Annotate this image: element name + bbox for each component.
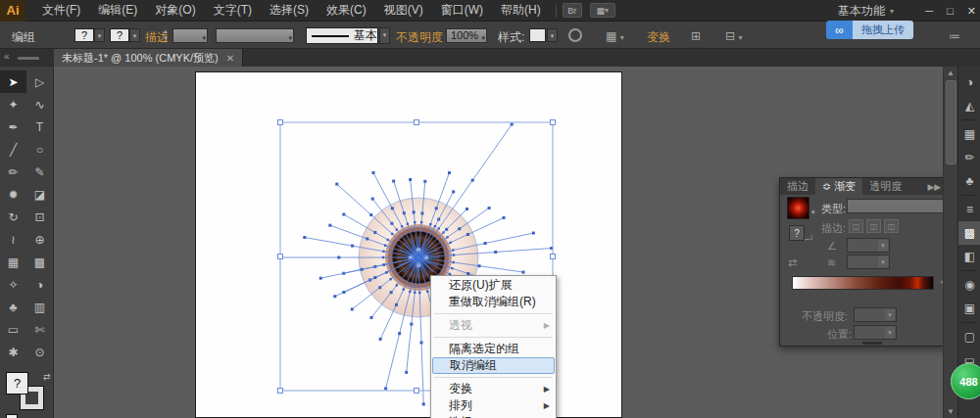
menu-T[interactable]: 文字(T)	[205, 0, 261, 22]
opacity-link[interactable]: 不透明度	[396, 29, 443, 46]
context-menu-item[interactable]: 取消编组	[432, 357, 555, 374]
close-button[interactable]: ✕	[967, 5, 976, 18]
collapse-toolbox-icon[interactable]: «	[4, 51, 10, 62]
stroke-gradient-along-button[interactable]: ◫	[866, 219, 881, 233]
panel-tab-透明度[interactable]: 透明度	[862, 178, 908, 195]
panel-resize-grip[interactable]	[862, 342, 882, 345]
recolor-artwork-icon[interactable]	[568, 28, 582, 42]
graph-tool-icon[interactable]: ▥	[26, 296, 53, 318]
bounding-box-icon[interactable]: ⊞	[691, 29, 701, 43]
context-menu-item[interactable]: 排列▶	[432, 397, 555, 414]
brush-definition-caret[interactable]: ▾	[379, 27, 390, 44]
menu-H[interactable]: 帮助(H)	[492, 0, 550, 22]
hand-tool-icon[interactable]: ✱	[0, 341, 26, 363]
stroke-panel-icon[interactable]: ≡	[958, 198, 980, 221]
panel-menu-icon[interactable]: ≔	[949, 29, 960, 43]
stroke-color-caret[interactable]: ▾	[129, 28, 140, 42]
fill-color-caret[interactable]: ▾	[94, 28, 105, 42]
pen-tool-icon[interactable]: ✒	[0, 116, 26, 138]
context-menu-item[interactable]: 还原(U)扩展	[432, 277, 555, 294]
rotate-tool-icon[interactable]: ↻	[0, 206, 26, 228]
variable-width-profile-dropdown[interactable]: ▾	[216, 28, 294, 43]
zoom-tool-icon[interactable]: ⊙	[26, 341, 53, 363]
direct-selection-tool-icon[interactable]: ▷	[26, 70, 53, 93]
artboard-tool-icon[interactable]: ▭	[0, 318, 26, 341]
stroke-gradient-across-button[interactable]: ◫	[884, 219, 899, 233]
shape-builder-tool-icon[interactable]: ⊕	[26, 228, 53, 251]
blend-tool-icon[interactable]: ◑	[26, 273, 53, 296]
style-swatch[interactable]	[529, 28, 546, 42]
fill-color-swatch[interactable]: ?	[74, 28, 94, 42]
brush-definition-dropdown[interactable]: 基本	[306, 27, 378, 44]
stroke-gradient-within-button[interactable]: ◫	[849, 219, 863, 233]
scrollbar-thumb[interactable]	[946, 80, 956, 164]
stroke-color-swatch[interactable]: ?	[110, 28, 129, 42]
slice-tool-icon[interactable]: ✄	[26, 318, 53, 341]
eraser-tool-icon[interactable]: ◪	[26, 183, 53, 206]
default-fill-stroke-icon[interactable]	[6, 414, 18, 418]
swatches-panel-icon[interactable]: ▦	[958, 122, 980, 146]
brushes-panel-icon[interactable]: ✏	[958, 146, 980, 169]
selection-tool-icon[interactable]: ➤	[0, 70, 26, 93]
maximize-button[interactable]: □	[947, 5, 954, 17]
transform-link[interactable]: 变换	[647, 29, 670, 46]
swap-fill-stroke-icon[interactable]: ⇄	[43, 372, 51, 382]
gradient-panel-icon-icon[interactable]: ▩	[958, 221, 980, 245]
gradient-fill-stroke-proxy[interactable]: ?	[789, 225, 805, 241]
transparency-panel-icon[interactable]: ◧	[958, 245, 980, 268]
scroll-up-icon[interactable]: ▲	[944, 69, 957, 77]
eyedropper-tool-icon[interactable]: ✧	[0, 273, 26, 296]
workspace-switcher[interactable]: 基本功能 ▾	[838, 0, 894, 22]
appearance-panel-icon[interactable]: ◉	[958, 273, 980, 297]
arrange-documents-icon[interactable]: ▦ ▾	[590, 3, 615, 18]
stroke-width-stepper[interactable]: ▲▼	[163, 28, 169, 42]
line-segment-tool-icon[interactable]: ╱	[0, 138, 26, 161]
gradient-tool-icon[interactable]: ▩	[26, 251, 53, 273]
cloud-upload-icon[interactable]: ∞	[826, 21, 853, 39]
gradient-slider[interactable]	[792, 276, 934, 290]
canvas-area[interactable]: 描边≎ 渐变透明度▶▶▾≡ ▾ 类型: ▾ ? ⌐┘ 描边: ◫ ◫ ◫ ∠ ▾…	[54, 67, 943, 418]
magic-wand-tool-icon[interactable]: ✦	[0, 93, 26, 116]
mesh-tool-icon[interactable]: ▦	[0, 251, 26, 273]
gradient-thumb-caret[interactable]: ▾	[811, 209, 815, 216]
minimize-button[interactable]: ─	[925, 5, 933, 17]
symbol-sprayer-tool-icon[interactable]: ♣	[0, 296, 26, 318]
align-objects-icon[interactable]: ▦ ▾	[606, 29, 624, 43]
context-menu-item[interactable]: 重做取消编组(R)	[432, 294, 555, 310]
isolate-selected-icon[interactable]: ⊟ ▾	[725, 29, 742, 43]
free-transform-tool-icon[interactable]: ⊡	[26, 206, 53, 228]
graphic-styles-panel-icon[interactable]: ▣	[958, 297, 980, 320]
lasso-tool-icon[interactable]: ∿	[26, 93, 53, 116]
close-tab-icon[interactable]: ✕	[226, 53, 234, 64]
toolbox-grip[interactable]	[18, 57, 39, 60]
drag-upload-button[interactable]: 拖拽上传	[853, 21, 913, 39]
layers-panel-icon[interactable]: ▢	[958, 325, 980, 348]
color-guide-panel-icon[interactable]: ◭	[958, 94, 980, 117]
stroke-width-dropdown[interactable]: ▾	[172, 28, 208, 43]
style-caret[interactable]: ▾	[547, 28, 558, 42]
blob-brush-tool-icon[interactable]: ✹	[0, 183, 26, 206]
vertical-scrollbar[interactable]: ▲ ▼	[943, 67, 957, 418]
symbols-panel-icon[interactable]: ♣	[958, 169, 980, 193]
overlay-speed-badge[interactable]: 488	[951, 363, 980, 399]
scroll-down-icon[interactable]: ▼	[944, 407, 957, 416]
type-tool-icon[interactable]: T	[26, 116, 53, 138]
panel-tab-渐变[interactable]: ≎ 渐变	[815, 178, 862, 195]
gradient-thumbnail[interactable]	[787, 197, 809, 219]
pencil-tool-icon[interactable]: ✎	[26, 161, 53, 183]
go-to-bridge-icon[interactable]: Br	[563, 3, 582, 18]
paintbrush-tool-icon[interactable]: ✏	[0, 161, 26, 183]
fill-proxy-swatch[interactable]: ?	[6, 372, 28, 395]
menu-O[interactable]: 对象(O)	[146, 0, 204, 22]
menu-C[interactable]: 效果(C)	[318, 0, 375, 22]
opacity-dropdown[interactable]: 100%▾	[446, 28, 487, 43]
ellipse-tool-icon[interactable]: ○	[26, 138, 53, 161]
context-menu-item[interactable]: 变换▶	[432, 381, 555, 397]
context-menu-item[interactable]: 隔离选定的组	[432, 341, 555, 357]
document-tab[interactable]: 未标题-1* @ 100% (CMYK/预览) ✕	[54, 49, 243, 67]
menu-S[interactable]: 选择(S)	[261, 0, 318, 22]
menu-W[interactable]: 窗口(W)	[432, 0, 492, 22]
reverse-gradient-icon[interactable]: ⇄	[788, 256, 797, 269]
menu-F[interactable]: 文件(F)	[33, 0, 89, 22]
context-menu-item[interactable]: 选择▶	[432, 414, 555, 418]
